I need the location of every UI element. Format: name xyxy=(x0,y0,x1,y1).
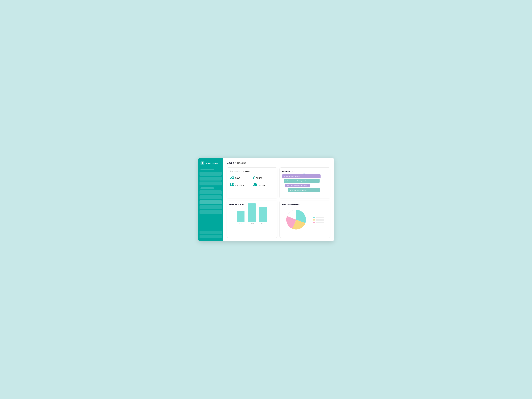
minutes-value: 10 xyxy=(229,182,234,187)
bar-chart-area: Q1 23 Q2 23 Q3 23 xyxy=(229,207,274,227)
breadcrumb-tracking: Tracking xyxy=(237,162,246,164)
bar-q3 xyxy=(259,207,267,222)
sidebar-section-label-2 xyxy=(201,187,214,189)
page-header: Goals / Tracking xyxy=(227,161,330,165)
legend-label-3 xyxy=(316,222,324,223)
sidebar-item-1[interactable] xyxy=(200,172,222,176)
dashboard-grid: Time remaining in quarter 52 days 7 hour… xyxy=(227,167,330,238)
gantt-bar-sponsor[interactable]: Sponsor 3 recruiting events xyxy=(282,174,321,178)
gantt-row-4: Launch new careers microsite xyxy=(282,188,327,192)
sidebar-nav xyxy=(198,168,223,229)
goals-per-quarter-card: Goals per quarter Q1 23 Q2 23 Q3 23 xyxy=(227,201,277,238)
seconds-label: seconds xyxy=(258,184,267,187)
bar-q2 xyxy=(248,203,256,222)
gantt-row-3: Hire 2 new recruiting coordinators xyxy=(282,184,327,187)
gantt-card-title: February 2024 xyxy=(282,170,327,172)
hours-value: 7 xyxy=(253,175,255,180)
bar-group-q2: Q2 23 xyxy=(248,203,256,224)
gantt-current-date-marker xyxy=(304,173,304,192)
sidebar-item-8[interactable] xyxy=(200,210,222,214)
gantt-bar-host-label: Host at least 2 team-building events xyxy=(285,180,306,182)
bar-group-q3: Q3 23 xyxy=(259,207,267,224)
sidebar-item-2[interactable] xyxy=(200,177,222,181)
hours-item: 7 hours xyxy=(253,175,274,180)
bar-label-q1: Q1 23 xyxy=(239,223,242,224)
sidebar-header[interactable]: Product Ops ▾ xyxy=(198,160,223,168)
gantt-row-2: Host at least 2 team-building events xyxy=(282,179,327,183)
breadcrumb-separator: / xyxy=(235,162,236,164)
sidebar-item-3[interactable] xyxy=(200,182,222,185)
gantt-container: Sponsor 3 recruiting events Host at leas… xyxy=(282,174,327,192)
time-card-title: Time remaining in quarter xyxy=(229,170,274,172)
sidebar-item-7[interactable] xyxy=(200,205,222,209)
gantt-month-bold: February xyxy=(282,170,290,172)
gantt-bar-hire[interactable]: Hire 2 new recruiting coordinators xyxy=(285,184,310,187)
seconds-item: 09 seconds xyxy=(253,182,274,187)
legend-label-2 xyxy=(316,219,324,221)
chevron-down-icon: ▾ xyxy=(217,163,218,164)
minutes-item: 10 minutes xyxy=(229,182,251,187)
time-remaining-card: Time remaining in quarter 52 days 7 hour… xyxy=(227,167,277,198)
app-logo-icon xyxy=(201,161,204,165)
legend-item-2 xyxy=(313,219,324,221)
gantt-bar-sponsor-label: Sponsor 3 recruiting events xyxy=(284,176,300,177)
bar-label-q2: Q2 23 xyxy=(250,223,254,224)
sidebar-title[interactable]: Product Ops ▾ xyxy=(206,162,218,164)
goal-completion-card: Goal completion rate xyxy=(279,201,330,238)
gantt-bar-host[interactable]: Host at least 2 team-building events xyxy=(284,179,320,183)
main-content: Goals / Tracking Time remaining in quart… xyxy=(223,158,334,241)
sidebar-bottom-item-1[interactable] xyxy=(200,231,222,234)
pie-chart xyxy=(285,209,307,231)
hours-label: hours xyxy=(256,177,262,179)
time-grid: 52 days 7 hours 10 minutes 09 seconds xyxy=(229,175,274,187)
sidebar-bottom xyxy=(198,229,223,239)
workspace-name: Product Ops xyxy=(206,162,217,164)
days-value: 52 xyxy=(229,175,234,180)
gantt-row-1: Sponsor 3 recruiting events xyxy=(282,174,327,178)
breadcrumb-goals: Goals xyxy=(227,161,234,165)
legend-dot-pink xyxy=(313,222,315,223)
sidebar-item-6[interactable] xyxy=(200,200,222,204)
minutes-label: minutes xyxy=(235,184,244,187)
legend-item-3 xyxy=(313,222,324,223)
bar-label-q3: Q3 23 xyxy=(261,223,265,224)
pie-legend xyxy=(313,216,324,223)
legend-item-1 xyxy=(313,216,324,218)
sidebar-item-5[interactable] xyxy=(200,195,222,199)
legend-dot-yellow xyxy=(313,219,315,221)
pie-card-title: Goal completion rate xyxy=(282,203,327,205)
legend-label-1 xyxy=(316,217,324,218)
sidebar-item-4[interactable] xyxy=(200,190,222,194)
gantt-month-year: 2024 xyxy=(291,170,296,172)
seconds-value: 09 xyxy=(253,182,257,187)
bar-group-q1: Q1 23 xyxy=(237,211,245,224)
gantt-bar-launch-label: Launch new careers microsite xyxy=(289,190,307,191)
legend-dot-teal xyxy=(313,216,315,218)
sidebar-section-label-1 xyxy=(201,169,214,171)
sidebar: Product Ops ▾ xyxy=(198,158,223,241)
sidebar-bottom-item-2[interactable] xyxy=(200,235,222,238)
bar-q1 xyxy=(237,211,245,222)
days-item: 52 days xyxy=(229,175,251,180)
pie-content xyxy=(282,207,327,233)
app-window: Product Ops ▾ Goals / Tracking xyxy=(198,158,334,241)
gantt-card: February 2024 Sponsor 3 recruiting event… xyxy=(279,167,330,198)
days-label: days xyxy=(235,177,240,179)
